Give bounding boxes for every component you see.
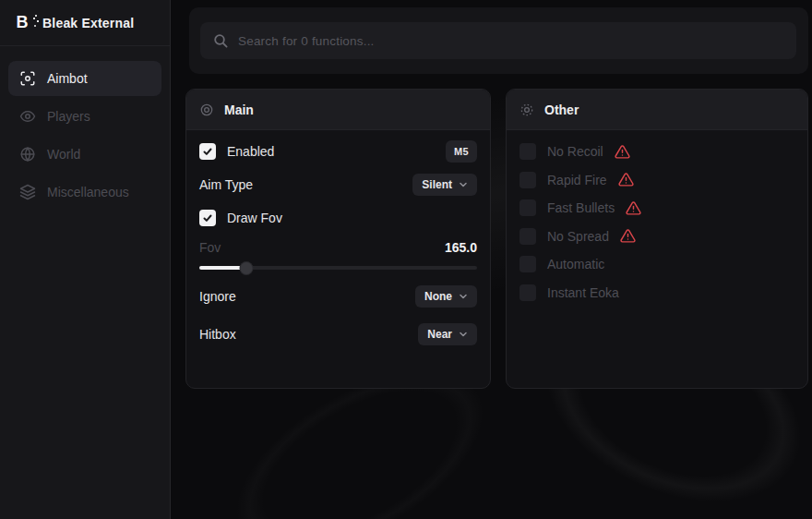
other-row-rapid-fire: Rapid Fire [519, 170, 794, 190]
sidebar-item-label: Miscellaneous [47, 185, 129, 199]
draw-fov-label: Draw Fov [227, 211, 282, 225]
ignore-dropdown[interactable]: None [415, 285, 477, 308]
sidebar-item-players[interactable]: Players [8, 99, 161, 134]
fov-row: Fov 165.0 [199, 237, 477, 258]
chevron-down-icon [459, 180, 468, 189]
fast-bullets-label: Fast Bullets [547, 200, 615, 215]
enabled-keybind-button[interactable]: M5 [446, 140, 477, 163]
check-icon [202, 212, 213, 223]
other-panel: Other No Recoil Rapid Fire Fast Bullets … [506, 89, 808, 389]
sidebar-item-miscellaneous[interactable]: Miscellaneous [8, 175, 161, 210]
search-input[interactable] [238, 34, 783, 48]
fov-slider-handle[interactable] [241, 262, 253, 274]
crosshair-scan-icon [19, 70, 36, 87]
logo-glitch-dots [33, 18, 35, 19]
sidebar-item-world[interactable]: World [8, 137, 161, 172]
hitbox-value: Near [427, 328, 452, 341]
no-spread-label: No Spread [547, 229, 609, 244]
hitbox-row: Hitbox Near [199, 323, 477, 345]
other-row-automatic: Automatic [519, 254, 794, 274]
chevron-down-icon [459, 292, 468, 301]
gear-icon [519, 103, 534, 117]
warning-triangle-icon [618, 172, 634, 187]
brand-name: Bleak External [42, 16, 134, 30]
sidebar-item-label: World [47, 147, 80, 162]
ignore-row: Ignore None [199, 285, 477, 308]
ignore-value: None [424, 290, 452, 303]
enabled-checkbox[interactable] [199, 143, 216, 160]
no-recoil-checkbox[interactable] [519, 143, 536, 160]
enabled-row: Enabled M5 [199, 141, 477, 162]
main-panel-body: Enabled M5 Aim Type Silent Draw Fov Fov … [186, 130, 490, 345]
fov-slider[interactable] [199, 261, 477, 274]
search-icon [213, 33, 228, 48]
check-icon [202, 146, 213, 157]
aim-type-dropdown[interactable]: Silent [412, 174, 477, 196]
hitbox-dropdown[interactable]: Near [418, 323, 477, 345]
main-panel-header: Main [186, 90, 490, 130]
automatic-checkbox[interactable] [519, 256, 536, 272]
warning-triangle-icon [620, 228, 636, 244]
hitbox-label: Hitbox [199, 327, 236, 342]
logo-letter: B [17, 13, 29, 32]
globe-icon [19, 146, 36, 163]
instant-eoka-label: Instant Eoka [547, 285, 619, 300]
no-spread-checkbox[interactable] [519, 228, 536, 245]
ignore-label: Ignore [199, 289, 236, 304]
warning-triangle-icon [615, 144, 630, 160]
aim-type-label: Aim Type [199, 177, 253, 192]
fov-slider-fill [199, 266, 246, 270]
no-recoil-label: No Recoil [547, 144, 603, 159]
fast-bullets-checkbox[interactable] [519, 199, 536, 216]
panel-title: Main [224, 103, 254, 117]
sidebar-item-aimbot[interactable]: Aimbot [8, 61, 161, 96]
chevron-down-icon [459, 330, 468, 339]
other-row-no-recoil: No Recoil [519, 141, 794, 162]
aim-type-row: Aim Type Silent [199, 174, 477, 196]
sidebar-item-label: Aimbot [47, 71, 88, 86]
target-icon [199, 103, 214, 117]
draw-fov-row: Draw Fov [199, 208, 477, 228]
enabled-label: Enabled [227, 144, 274, 159]
layers-icon [19, 184, 36, 200]
brand-header: B Bleak External [0, 0, 170, 46]
search-box[interactable] [200, 22, 796, 59]
warning-triangle-icon [626, 200, 641, 216]
panel-title: Other [544, 103, 579, 117]
rapid-fire-checkbox[interactable] [519, 172, 536, 188]
rapid-fire-label: Rapid Fire [547, 173, 607, 187]
aim-type-value: Silent [422, 178, 452, 191]
eye-icon [19, 108, 36, 125]
main-panel: Main Enabled M5 Aim Type Silent [185, 89, 491, 389]
instant-eoka-checkbox[interactable] [519, 284, 536, 301]
sidebar: B Bleak External Aimbot Players World [0, 0, 171, 519]
other-row-instant-eoka: Instant Eoka [519, 283, 794, 303]
other-panel-body: No Recoil Rapid Fire Fast Bullets No Spr… [507, 130, 807, 303]
draw-fov-checkbox[interactable] [199, 210, 216, 226]
other-row-no-spread: No Spread [519, 226, 794, 247]
sidebar-nav: Aimbot Players World Miscellaneous [0, 46, 170, 224]
sidebar-item-label: Players [47, 109, 90, 124]
brand-logo-icon: B [12, 13, 32, 33]
fov-value: 165.0 [445, 240, 477, 255]
other-panel-header: Other [507, 90, 807, 130]
top-bar [189, 7, 808, 74]
automatic-label: Automatic [547, 257, 604, 272]
other-row-fast-bullets: Fast Bullets [519, 198, 794, 218]
fov-label: Fov [199, 240, 221, 255]
